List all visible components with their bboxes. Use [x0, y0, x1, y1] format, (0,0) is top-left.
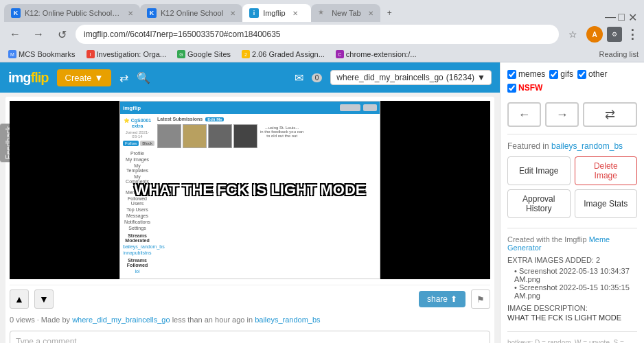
post-area: imgflip ⭐ CgS0001 extra Joined 202 [0, 93, 500, 343]
extension-icon[interactable]: ⚙ [607, 27, 622, 42]
fake-thumb-4 [233, 124, 257, 148]
fake-followed-stream: lol [120, 268, 154, 274]
featured-section: Featured in baileys_random_bs Edit Image… [507, 141, 637, 218]
prev-button[interactable]: ← [507, 102, 541, 127]
bookmark-investigation[interactable]: I Investigation: Orga... [84, 49, 170, 60]
downvote-button[interactable]: ▼ [34, 289, 54, 309]
share-button[interactable]: share ⬆ [419, 291, 465, 307]
bookmark-google-sites[interactable]: G Google Sites [174, 49, 233, 60]
fake-profile-link: Profile [120, 150, 154, 156]
header-userid: (16234) [446, 73, 474, 82]
tab4-close[interactable]: ✕ [368, 10, 373, 17]
reading-list-button[interactable]: Reading list [599, 50, 639, 58]
right-sidebar: memes gifs other NSFW ← → ⇄ [500, 62, 644, 343]
bookmark-chrome-ext[interactable]: C chrome-extension:/... [333, 49, 419, 60]
gifs-checkbox-label[interactable]: gifs [549, 69, 573, 79]
comment-input[interactable]: Type a comment... [10, 331, 490, 343]
imgflip-logo: imgflip [8, 70, 49, 86]
imgflip-header: imgflip Create ▼ ⇄ 🔍 ✉ 0 where_did_my_br… [0, 62, 500, 93]
browser-menu-button[interactable]: ⋮ [626, 27, 639, 42]
fake-images-link: My Images [120, 156, 154, 163]
address-bar-row: ← → ↺ ☆ A ⚙ ⋮ [0, 22, 644, 47]
fake-topusers-link: Top Users [120, 206, 154, 213]
divider-1 [507, 134, 637, 134]
address-input[interactable] [76, 25, 559, 44]
reload-button[interactable]: ↺ [52, 25, 71, 44]
bookmark-mcs[interactable]: M MCS Bookmarks [5, 49, 78, 60]
search-icon[interactable]: 🔍 [137, 71, 150, 84]
stream-link[interactable]: baileys_random_bs [255, 316, 320, 324]
profile-circle[interactable]: A [586, 26, 603, 43]
notification-badge: 0 [312, 73, 323, 82]
bookmark-investigation-label: Investigation: Orga... [97, 50, 167, 58]
memes-checkbox[interactable] [507, 70, 516, 79]
upvote-button[interactable]: ▲ [10, 289, 29, 309]
image-action-buttons: Edit Image Delete Image Approval History… [507, 156, 637, 218]
fake-follow-btn: Follow [123, 141, 139, 146]
close-button[interactable]: ✕ [628, 12, 637, 22]
browser-tab-2[interactable]: K K12 Online School ✕ [140, 4, 242, 22]
fake-stream2: innapublistns [120, 250, 154, 256]
fake-streams-follow-label: Streams Followed [120, 256, 154, 268]
maximize-button[interactable]: □ [617, 12, 626, 22]
tab2-title: K12 Online School [161, 9, 223, 17]
new-tab-button[interactable]: + [380, 4, 399, 22]
forward-button[interactable]: → [29, 25, 48, 44]
tab1-favicon: K [11, 8, 21, 18]
username-area[interactable]: where_did_my_braincells_go (16234) ▼ [330, 70, 492, 85]
meme-image-container: imgflip ⭐ CgS0001 extra Joined 202 [10, 101, 490, 279]
create-chevron: ▼ [95, 73, 104, 83]
back-button[interactable]: ← [5, 25, 25, 44]
minimize-button[interactable]: — [606, 12, 615, 22]
shuffle-icon[interactable]: ⇄ [119, 71, 128, 84]
bookmark-star-button[interactable]: ☆ [563, 25, 582, 44]
approval-history-button[interactable]: Approval History [507, 189, 571, 218]
bookmark-graded[interactable]: 2 2.06 Graded Assign... [239, 49, 327, 60]
author-link[interactable]: where_did_my_braincells_go [72, 316, 170, 324]
bookmark-mcs-icon: M [8, 50, 16, 58]
featured-stream-link[interactable]: baileys_random_bs [551, 141, 623, 151]
fake-follow-btns: Follow Block [120, 139, 154, 147]
message-icon[interactable]: ✉ [295, 71, 303, 84]
bookmark-ext-label: chrome-extension:/... [346, 50, 417, 58]
share-icon: ⬆ [450, 294, 457, 304]
filter-checkboxes-section: memes gifs other NSFW [507, 69, 637, 93]
browser-tab-4[interactable]: ★ New Tab ✕ [311, 4, 380, 22]
memes-checkbox-label[interactable]: memes [507, 69, 545, 79]
delete-image-button[interactable]: Delete Image [575, 156, 638, 185]
flag-button[interactable]: ⚑ [471, 289, 490, 309]
gifs-label: gifs [560, 69, 573, 79]
hotkeys-text: hotkeys: D = random, W = upvote, S = dow… [507, 339, 637, 343]
fake-templates-link: My Templates [120, 163, 154, 174]
shuffle-nav-button[interactable]: ⇄ [583, 102, 637, 127]
header-username: where_did_my_braincells_go [336, 73, 443, 82]
tab2-close[interactable]: ✕ [230, 10, 235, 17]
edit-image-button[interactable]: Edit Image [507, 156, 571, 185]
image-desc-text: WHAT THE FCK IS LIGHT MODE [507, 314, 637, 322]
fake-username-label: ⭐ CgS0001 extra [120, 117, 154, 130]
tab1-close[interactable]: ✕ [128, 10, 133, 17]
image-stats-button[interactable]: Image Stats [575, 189, 638, 218]
fake-input [340, 104, 360, 111]
created-section: Created with the Imgflip Meme Generator … [507, 235, 637, 322]
fake-notifs-link: Notifications [120, 219, 154, 225]
other-checkbox[interactable] [577, 70, 586, 79]
share-label: share [427, 294, 448, 304]
fake-streams-mod-label: Streams Moderated [120, 231, 154, 244]
gifs-checkbox[interactable] [549, 70, 558, 79]
meme-image-inner: imgflip ⭐ CgS0001 extra Joined 202 [119, 101, 380, 279]
next-button[interactable]: → [545, 102, 579, 127]
fake-edit-link: Edit Me [205, 117, 224, 121]
tab2-favicon: K [147, 8, 157, 18]
bookmark-mcs-label: MCS Bookmarks [19, 50, 76, 58]
browser-tab-3[interactable]: i Imgflip ✕ [242, 4, 311, 22]
nsfw-checkbox[interactable] [507, 84, 516, 93]
browser-tab-1[interactable]: K K12: Online Public School Pro... ✕ [4, 4, 140, 22]
nsfw-checkbox-label[interactable]: NSFW [507, 83, 542, 93]
extra-image-2: Screenshot 2022-05-15 10:35:15 AM.png [514, 283, 637, 300]
other-checkbox-label[interactable]: other [577, 69, 607, 79]
tab3-title: Imgflip [263, 9, 285, 17]
tab3-close[interactable]: ✕ [292, 10, 298, 17]
create-button[interactable]: Create ▼ [57, 69, 112, 86]
logo-img: img [8, 70, 31, 85]
